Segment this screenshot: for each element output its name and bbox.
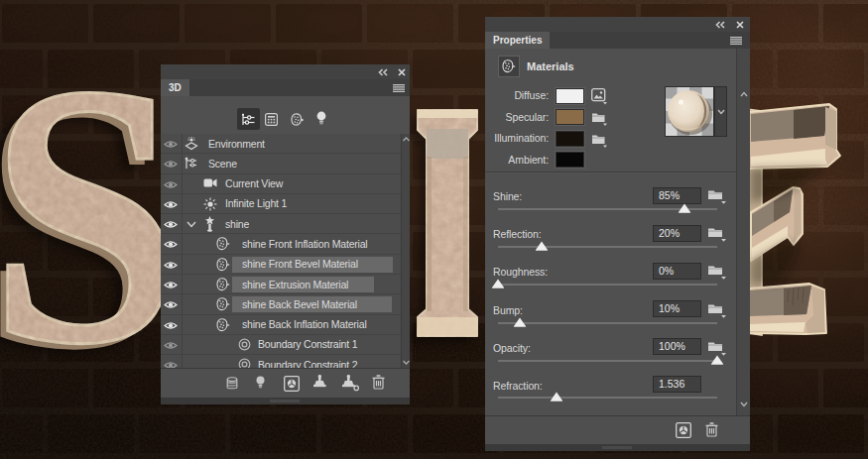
- svg-text:S: S: [0, 7, 182, 421]
